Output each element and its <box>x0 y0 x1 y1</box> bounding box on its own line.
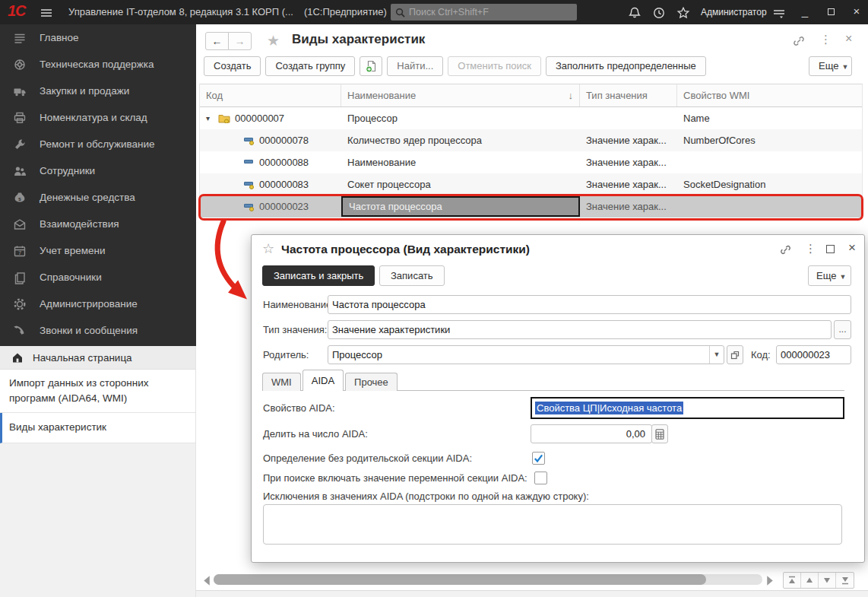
minimize-button[interactable]: _ <box>795 0 815 24</box>
save-and-close-button[interactable]: Записать и закрыть <box>262 265 375 286</box>
sidebar-item-administration[interactable]: Администрирование <box>0 291 196 317</box>
home-icon <box>11 351 24 364</box>
sidebar-item-money[interactable]: s Денежные средства <box>0 184 196 211</box>
dialog-close-icon[interactable]: × <box>848 240 856 256</box>
current-user[interactable]: Администратор <box>701 0 767 24</box>
parent-combobox[interactable]: Процессор ▼ <box>328 345 724 364</box>
characteristic-item-icon <box>244 158 255 167</box>
status-strip <box>196 590 868 597</box>
type-field-label: Тип значения: <box>263 320 327 339</box>
column-header-code[interactable]: Код <box>200 84 341 106</box>
go-to-top-icon[interactable] <box>784 573 801 588</box>
favorite-star-outline-icon[interactable]: ☆ <box>262 240 274 257</box>
favorite-star-icon[interactable]: ★ <box>267 32 280 49</box>
more-dots-icon[interactable]: ⋮ <box>805 242 818 255</box>
sidebar-link-import[interactable]: Импорт данных из сторонних программ (AID… <box>0 370 195 413</box>
home-page-item[interactable]: Начальная страница <box>0 346 195 370</box>
titlebar: 1С Управление IT-отделом 8, редакция 3.1… <box>0 0 868 24</box>
tab-wmi[interactable]: WMI <box>262 373 301 391</box>
tab-aida[interactable]: AIDA <box>303 370 344 391</box>
scroll-right-icon[interactable] <box>766 575 774 584</box>
dialog-more-button[interactable]: Еще▼ <box>808 265 851 286</box>
type-choose-button[interactable]: ... <box>834 320 851 339</box>
sidebar-item-glavnoe[interactable]: Главное <box>0 24 196 51</box>
go-to-bottom-icon[interactable] <box>836 573 854 588</box>
table-row[interactable]: ▾ 000000007 Процессор Name <box>200 107 862 129</box>
create-button[interactable]: Создать <box>204 56 261 76</box>
history-icon[interactable] <box>652 6 666 20</box>
more-dots-icon[interactable]: ⋮ <box>820 33 834 46</box>
sidebar-item-purchases[interactable]: Закупки и продажи <box>0 78 196 104</box>
get-link-icon[interactable] <box>779 243 792 256</box>
get-link-icon[interactable] <box>792 34 806 48</box>
money-bag-icon: s <box>13 191 27 205</box>
row-down-icon[interactable] <box>819 573 836 588</box>
global-search-input[interactable]: Поиск Ctrl+Shift+F <box>391 4 577 21</box>
sidebar-item-employees[interactable]: Сотрудники <box>0 157 196 184</box>
new-document-plus-icon <box>365 60 377 73</box>
aida-checkbox2-label: При поиске включать значение переменной … <box>263 468 527 487</box>
checkmark-icon <box>534 453 543 463</box>
lifebuoy-icon <box>13 58 27 71</box>
maximize-button[interactable] <box>821 0 841 24</box>
column-header-type[interactable]: Тип значения <box>580 84 677 106</box>
sidebar-item-time[interactable]: 7 Учет времени <box>0 237 196 264</box>
favorites-star-icon[interactable] <box>676 6 690 20</box>
wrench-icon <box>13 138 27 151</box>
notifications-bell-icon[interactable] <box>628 6 641 20</box>
name-input[interactable] <box>328 295 851 314</box>
scrollbar-thumb[interactable] <box>214 574 706 585</box>
sidebar-item-tech-support[interactable]: Техническая поддержка <box>0 51 196 78</box>
no-parent-section-checkbox[interactable] <box>532 452 545 465</box>
parent-open-button[interactable] <box>727 345 743 364</box>
expander-icon[interactable]: ▾ <box>206 114 214 122</box>
create-by-copy-button[interactable] <box>360 56 382 76</box>
sidebar-item-interactions[interactable]: Взаимодействия <box>0 211 196 237</box>
service-menu-icon[interactable] <box>772 6 786 20</box>
back-button[interactable]: ← <box>205 32 229 50</box>
row-navigation-buttons <box>783 572 854 589</box>
save-button[interactable]: Записать <box>379 265 445 286</box>
aida-divide-input[interactable] <box>531 424 652 443</box>
type-input[interactable] <box>328 320 832 339</box>
table-row-selected[interactable]: 000000023 Частота процессора Значение ха… <box>200 195 862 218</box>
scroll-left-icon[interactable] <box>203 575 211 584</box>
sidebar-item-repair[interactable]: Ремонт и обслуживание <box>0 131 196 157</box>
column-header-wmi[interactable]: Свойство WMI <box>677 84 862 106</box>
find-button[interactable]: Найти... <box>387 56 443 76</box>
table-row[interactable]: 000000083 Сокет процессора Значение хара… <box>200 173 862 195</box>
characteristic-item-icon <box>244 136 255 145</box>
sidebar-item-directories[interactable]: Справочники <box>0 264 196 291</box>
fill-predefined-button[interactable]: Заполнить предопределенные <box>546 56 706 76</box>
tab-other[interactable]: Прочее <box>345 373 398 391</box>
close-form-icon[interactable]: × <box>845 32 852 46</box>
dialog-maximize-icon[interactable] <box>826 245 835 253</box>
column-header-name[interactable]: Наименование↓ <box>341 84 580 106</box>
sidebar-item-calls[interactable]: Звонки и сообщения <box>0 317 196 344</box>
table-row[interactable]: 000000078 Количество ядер процессора Зна… <box>200 129 862 151</box>
row-up-icon[interactable] <box>801 573 819 588</box>
horizontal-scrollbar[interactable] <box>214 574 762 585</box>
folder-icon <box>218 113 230 123</box>
code-input[interactable] <box>776 345 851 364</box>
gear-icon <box>13 297 27 311</box>
table-row[interactable]: 000000088 Наименование Значение харак... <box>200 151 862 173</box>
sidebar-link-char-kinds[interactable]: Виды характеристик <box>0 413 195 443</box>
dropdown-chevron-icon[interactable]: ▼ <box>709 346 724 364</box>
close-button[interactable]: × <box>847 0 866 24</box>
name-field-label: Наименование: <box>263 295 334 314</box>
aida-exclusions-textarea[interactable] <box>263 504 842 545</box>
sort-desc-icon: ↓ <box>569 84 574 106</box>
aida-exclusions-label: Исключения в значениях AIDA (подстроки п… <box>263 487 589 506</box>
forward-button[interactable]: → <box>228 32 252 50</box>
sidebar-item-nomenclature[interactable]: Номенклатура и склад <box>0 104 196 131</box>
aida-checkbox1-label: Определение без родительской секции AIDA… <box>263 449 472 468</box>
code-field-label: Код: <box>751 345 771 364</box>
create-group-button[interactable]: Создать группу <box>265 56 355 76</box>
list-more-button[interactable]: Еще▼ <box>809 56 852 76</box>
window-title: Управление IT-отделом 8, редакция 3.1 КО… <box>68 0 387 24</box>
include-variable-checkbox[interactable] <box>534 472 547 484</box>
calculator-button[interactable] <box>651 424 668 443</box>
aida-property-input[interactable]: Свойства ЦП|Исходная частота <box>531 397 844 419</box>
main-menu-icon[interactable] <box>40 6 53 20</box>
